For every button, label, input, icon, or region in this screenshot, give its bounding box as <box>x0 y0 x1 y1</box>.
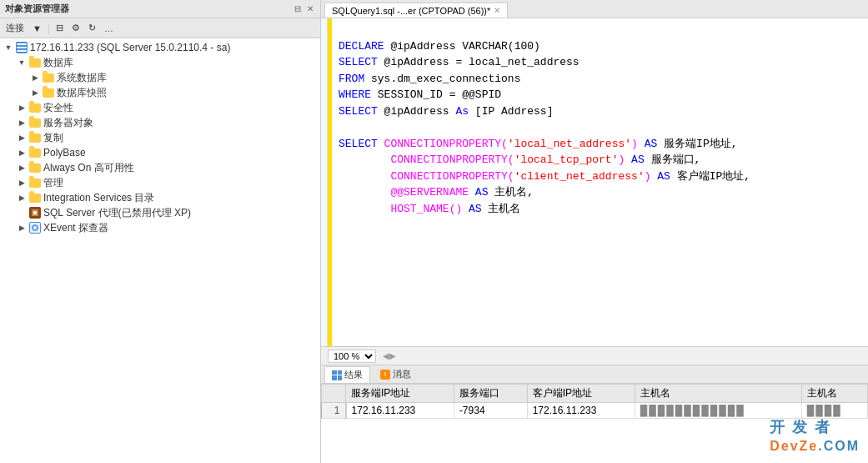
expand-snapshot-db[interactable]: ▶ <box>28 86 42 99</box>
polybase-label: PolyBase <box>43 147 86 159</box>
results-tab-grid[interactable]: 结果 <box>324 366 370 383</box>
expand-integration[interactable]: ▶ <box>15 191 28 204</box>
tree-item-replication[interactable]: ▶ 复制 <box>0 130 320 145</box>
table-row: 1 172.16.11.233 -7934 172.16.11.233 ████… <box>322 403 868 419</box>
tree-item-sql-agent[interactable]: ▶ SQL Server 代理(已禁用代理 XP) <box>0 205 320 220</box>
watermark-text2: DevZe <box>770 439 818 453</box>
object-explorer-panel: 对象资源管理器 ⊟ ✕ 连接 ▼ | ⊟ ⚙ ↻ … ▼ 172.16.11.2… <box>0 0 321 463</box>
sql-agent-label: SQL Server 代理(已禁用代理 XP) <box>43 206 191 220</box>
col-header-server-port: 服务端口 <box>454 385 527 403</box>
close-button[interactable]: ✕ <box>305 4 315 13</box>
security-label: 安全性 <box>43 101 73 115</box>
folder-icon-always-on <box>28 161 42 174</box>
tab-close-icon[interactable]: ✕ <box>494 6 500 15</box>
panel-title-bar: 对象资源管理器 ⊟ ✕ <box>0 0 320 18</box>
tree-item-polybase[interactable]: ▶ PolyBase <box>0 145 320 160</box>
panel-title-buttons: ⊟ ✕ <box>293 4 315 13</box>
col-header-hostname2: 主机名 <box>801 385 867 403</box>
settings-btn[interactable]: ⚙ <box>69 22 83 34</box>
col-header-server-ip: 服务端IP地址 <box>346 385 454 403</box>
watermark-text3: .COM <box>818 439 860 453</box>
tab-sqlquery1[interactable]: SQLQuery1.sql -...er (CPTOPAD (56))* ✕ <box>324 3 508 18</box>
expand-security[interactable]: ▶ <box>15 101 28 114</box>
filter-btn[interactable]: ⊟ <box>53 22 66 34</box>
watermark: 开 发 者 DevZe.COM <box>770 417 860 455</box>
tab-bar: SQLQuery1.sql -...er (CPTOPAD (56))* ✕ <box>321 0 868 18</box>
results-tab-bar: 结果 ! 消息 <box>321 365 868 384</box>
expand-system-db[interactable]: ▶ <box>28 71 42 84</box>
query-editor-panel: SQLQuery1.sql -...er (CPTOPAD (56))* ✕ D… <box>321 0 868 463</box>
integration-label: Integration Services 目录 <box>43 191 154 205</box>
databases-label: 数据库 <box>43 56 73 70</box>
cell-client-ip: 172.16.11.233 <box>527 403 635 419</box>
xevent-label: XEvent 探查器 <box>43 221 108 235</box>
cell-server-ip: 172.16.11.233 <box>346 403 454 419</box>
server-icon <box>15 41 28 54</box>
tree-item-always-on[interactable]: ▶ Always On 高可用性 <box>0 160 320 175</box>
folder-icon-snapshot-db <box>42 86 55 99</box>
system-db-label: 系统数据库 <box>57 71 107 85</box>
tree-item-integration[interactable]: ▶ Integration Services 目录 <box>0 190 320 205</box>
panel-title: 对象资源管理器 <box>5 3 69 15</box>
tree-item-security[interactable]: ▶ 安全性 <box>0 100 320 115</box>
connect-label[interactable]: 连接 <box>3 21 27 35</box>
snapshot-db-label: 数据库快照 <box>57 86 107 100</box>
col-header-hostname1: 主机名 <box>635 385 801 403</box>
scrollbar-indicator: ◀▶ <box>383 351 396 360</box>
folder-icon-replication <box>28 131 42 144</box>
cell-rownum: 1 <box>322 403 346 419</box>
results-tab-messages[interactable]: ! 消息 <box>374 366 418 382</box>
zoom-select[interactable]: 100 % 75 % 125 % <box>328 350 376 363</box>
expand-server-objects[interactable]: ▶ <box>15 116 28 129</box>
col-header-rownum <box>322 385 346 403</box>
grid-icon <box>332 370 342 380</box>
folder-icon-integration <box>28 191 42 204</box>
cell-server-port: -7934 <box>454 403 527 419</box>
code-editor-area: DECLARE @ipAddress VARCHAR(100) SELECT @… <box>321 18 868 346</box>
object-explorer-tree: ▼ 172.16.11.233 (SQL Server 15.0.2110.4 … <box>0 38 320 463</box>
folder-icon-system-db <box>42 71 55 84</box>
folder-icon-databases <box>28 56 42 69</box>
col-header-client-ip: 客户端IP地址 <box>527 385 635 403</box>
management-label: 管理 <box>43 176 63 190</box>
results-table: 服务端IP地址 服务端口 客户端IP地址 主机名 主机名 1 172.16.11… <box>321 384 868 419</box>
server-label: 172.16.11.233 (SQL Server 15.0.2110.4 - … <box>30 42 230 53</box>
agent-icon <box>28 206 42 219</box>
cell-hostname1: ████████████ <box>635 403 801 419</box>
expand-databases[interactable]: ▼ <box>15 56 28 69</box>
main-content: 对象资源管理器 ⊟ ✕ 连接 ▼ | ⊟ ⚙ ↻ … ▼ 172.16.11.2… <box>0 0 868 463</box>
expand-polybase[interactable]: ▶ <box>15 146 28 159</box>
folder-icon-polybase <box>28 146 42 159</box>
msg-icon: ! <box>380 370 390 380</box>
folder-icon-server-objects <box>28 116 42 129</box>
tree-item-server-objects[interactable]: ▶ 服务器对象 <box>0 115 320 130</box>
watermark-text1: 开 发 者 <box>770 419 831 435</box>
expand-management[interactable]: ▶ <box>15 176 28 189</box>
tree-item-system-db[interactable]: ▶ 系统数据库 <box>0 70 320 85</box>
expand-xevent[interactable]: ▶ <box>15 221 28 234</box>
results-tab-msg-label: 消息 <box>393 368 411 380</box>
expand-server[interactable]: ▼ <box>2 41 15 54</box>
always-on-label: Always On 高可用性 <box>43 161 134 175</box>
folder-icon-management <box>28 176 42 189</box>
tree-item-snapshot-db[interactable]: ▶ 数据库快照 <box>0 85 320 100</box>
editor-status-bar: 100 % 75 % 125 % ◀▶ <box>321 346 868 365</box>
more-btn[interactable]: … <box>102 23 116 34</box>
svg-rect-1 <box>33 211 37 214</box>
svg-point-2 <box>33 225 38 230</box>
dropdown-btn[interactable]: ▼ <box>30 23 44 34</box>
pin-button[interactable]: ⊟ <box>293 4 303 13</box>
expand-always-on[interactable]: ▶ <box>15 161 28 174</box>
expand-replication[interactable]: ▶ <box>15 131 28 144</box>
code-content[interactable]: DECLARE @ipAddress VARCHAR(100) SELECT @… <box>332 18 868 346</box>
cell-hostname2: ████ <box>801 403 867 419</box>
tree-item-management[interactable]: ▶ 管理 <box>0 175 320 190</box>
folder-icon-security <box>28 101 42 114</box>
xevent-icon <box>28 221 42 234</box>
object-explorer-toolbar: 连接 ▼ | ⊟ ⚙ ↻ … <box>0 18 320 38</box>
refresh-btn[interactable]: ↻ <box>86 22 98 34</box>
server-objects-label: 服务器对象 <box>43 116 93 130</box>
tree-item-xevent[interactable]: ▶ XEvent 探查器 <box>0 220 320 235</box>
tree-item-databases[interactable]: ▼ 数据库 <box>0 55 320 70</box>
tree-item-server[interactable]: ▼ 172.16.11.233 (SQL Server 15.0.2110.4 … <box>0 40 320 55</box>
